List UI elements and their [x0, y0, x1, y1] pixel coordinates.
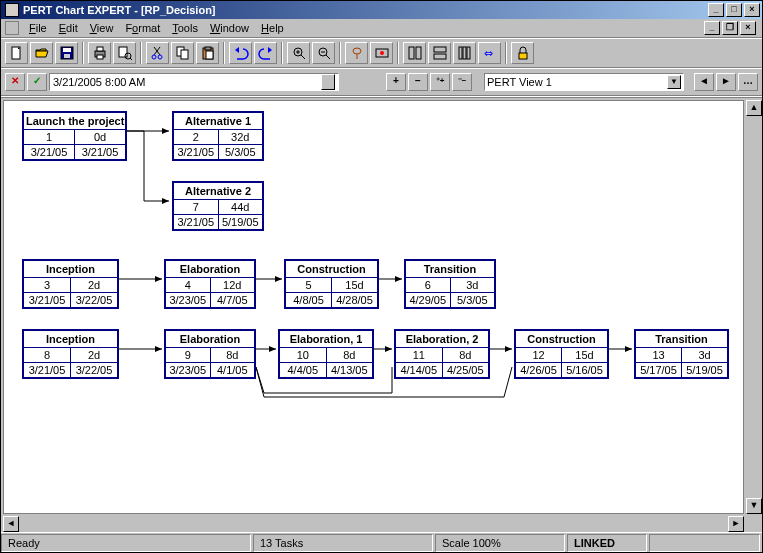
copy-button[interactable]: [171, 42, 194, 64]
app-window: PERT Chart EXPERT - [RP_Decision] _ □ × …: [0, 0, 763, 553]
svg-point-14: [158, 55, 162, 59]
prev-view-button[interactable]: ◄: [694, 73, 714, 91]
svg-rect-37: [459, 47, 462, 59]
next-view-button[interactable]: ►: [716, 73, 736, 91]
svg-point-13: [152, 55, 156, 59]
node-inc1[interactable]: Inception 32d 3/21/053/22/05: [22, 259, 119, 309]
child-minimize-button[interactable]: _: [704, 21, 720, 35]
view-combo-value: PERT View 1: [487, 76, 552, 88]
svg-text:⇔: ⇔: [484, 47, 493, 59]
print-preview-button[interactable]: [113, 42, 136, 64]
status-bar: Ready 13 Tasks Scale 100% LINKED: [1, 532, 762, 552]
svg-line-23: [301, 55, 305, 59]
lock-button[interactable]: [511, 42, 534, 64]
menu-format[interactable]: Format: [119, 21, 166, 35]
node-elab21[interactable]: Elaboration, 1 108d 4/4/054/13/05: [278, 329, 374, 379]
node-launch[interactable]: Launch the project 10d 3/21/053/21/05: [22, 111, 127, 161]
menu-edit[interactable]: Edit: [53, 21, 84, 35]
node-title: Launch the project: [24, 113, 125, 130]
status-spacer: [649, 534, 760, 552]
svg-rect-35: [434, 47, 446, 52]
status-linked: LINKED: [567, 534, 647, 552]
titlebar[interactable]: PERT Chart EXPERT - [RP_Decision] _ □ ×: [1, 1, 762, 19]
layout3-button[interactable]: [453, 42, 476, 64]
menu-tools[interactable]: Tools: [166, 21, 204, 35]
zoom-in-button[interactable]: [287, 42, 310, 64]
svg-line-27: [326, 55, 330, 59]
menu-help[interactable]: Help: [255, 21, 290, 35]
scroll-down-button[interactable]: ▼: [746, 498, 762, 514]
date-value: 3/21/2005 8:00 AM: [53, 76, 145, 88]
goto-button[interactable]: [370, 42, 393, 64]
svg-rect-19: [206, 51, 213, 59]
node-alt2[interactable]: Alternative 2 744d 3/21/055/19/05: [172, 181, 264, 231]
toolbar-secondary: ✕ ✓ 3/21/2005 8:00 AM + − ⁺+ ⁻− PERT Vie…: [1, 69, 762, 95]
canvas-area: Launch the project 10d 3/21/053/21/05 Al…: [1, 97, 762, 532]
node-cons1[interactable]: Construction 515d 4/8/054/28/05: [284, 259, 379, 309]
menu-window[interactable]: Window: [204, 21, 255, 35]
svg-rect-41: [519, 53, 527, 59]
svg-rect-33: [409, 47, 414, 59]
svg-line-10: [130, 58, 132, 60]
date-field[interactable]: 3/21/2005 8:00 AM: [49, 73, 339, 91]
svg-rect-39: [467, 47, 470, 59]
child-restore-button[interactable]: ❐: [722, 21, 738, 35]
more-button[interactable]: …: [738, 73, 758, 91]
svg-point-29: [353, 48, 361, 54]
redo-button[interactable]: [254, 42, 277, 64]
node-elab2[interactable]: Elaboration 98d 3/23/054/1/05: [164, 329, 256, 379]
collapse-button[interactable]: ⁻−: [452, 73, 472, 91]
svg-rect-34: [416, 47, 421, 59]
menubar: File Edit View Format Tools Window Help …: [1, 19, 762, 37]
layout2-button[interactable]: [428, 42, 451, 64]
close-button[interactable]: ×: [744, 3, 760, 17]
scroll-left-button[interactable]: ◄: [3, 516, 19, 532]
svg-rect-36: [434, 54, 446, 59]
find-button[interactable]: [345, 42, 368, 64]
view-combo[interactable]: PERT View 1▼: [484, 73, 684, 91]
new-button[interactable]: [5, 42, 28, 64]
zoom-out-button[interactable]: [312, 42, 335, 64]
node-cons2[interactable]: Construction 1215d 4/26/055/16/05: [514, 329, 609, 379]
status-tasks: 13 Tasks: [253, 534, 433, 552]
node-alt1[interactable]: Alternative 1 232d 3/21/055/3/05: [172, 111, 264, 161]
minimize-button[interactable]: _: [708, 3, 724, 17]
pert-canvas[interactable]: Launch the project 10d 3/21/053/21/05 Al…: [3, 100, 744, 514]
node-elab1[interactable]: Elaboration 412d 3/23/054/7/05: [164, 259, 256, 309]
doc-icon: [5, 21, 19, 35]
add-node-button[interactable]: +: [386, 73, 406, 91]
node-tran2[interactable]: Transition 133d 5/17/055/19/05: [634, 329, 729, 379]
scroll-right-button[interactable]: ►: [728, 516, 744, 532]
expand-button[interactable]: ⁺+: [430, 73, 450, 91]
window-title: PERT Chart EXPERT - [RP_Decision]: [23, 4, 708, 16]
svg-point-32: [380, 51, 384, 55]
accept-edit-button[interactable]: ✓: [27, 73, 47, 91]
cancel-edit-button[interactable]: ✕: [5, 73, 25, 91]
node-elab22[interactable]: Elaboration, 2 118d 4/14/054/25/05: [394, 329, 490, 379]
scroll-up-button[interactable]: ▲: [746, 100, 762, 116]
open-button[interactable]: [30, 42, 53, 64]
cut-button[interactable]: [146, 42, 169, 64]
toolbar-main: ⇔: [1, 39, 762, 67]
status-scale: Scale 100%: [435, 534, 565, 552]
link-button[interactable]: ⇔: [478, 42, 501, 64]
menu-file[interactable]: File: [23, 21, 53, 35]
child-close-button[interactable]: ×: [740, 21, 756, 35]
save-button[interactable]: [55, 42, 78, 64]
node-tran1[interactable]: Transition 63d 4/29/055/3/05: [404, 259, 496, 309]
node-finish: 3/21/05: [75, 145, 125, 159]
layout1-button[interactable]: [403, 42, 426, 64]
svg-rect-38: [463, 47, 466, 59]
svg-rect-6: [97, 47, 103, 51]
menu-view[interactable]: View: [84, 21, 120, 35]
paste-button[interactable]: [196, 42, 219, 64]
node-start: 3/21/05: [24, 145, 75, 159]
node-inc2[interactable]: Inception 82d 3/21/053/22/05: [22, 329, 119, 379]
print-button[interactable]: [88, 42, 111, 64]
svg-rect-7: [97, 55, 103, 59]
remove-node-button[interactable]: −: [408, 73, 428, 91]
undo-button[interactable]: [229, 42, 252, 64]
svg-rect-3: [63, 48, 71, 52]
dropdown-icon: ▼: [667, 75, 681, 89]
maximize-button[interactable]: □: [726, 3, 742, 17]
